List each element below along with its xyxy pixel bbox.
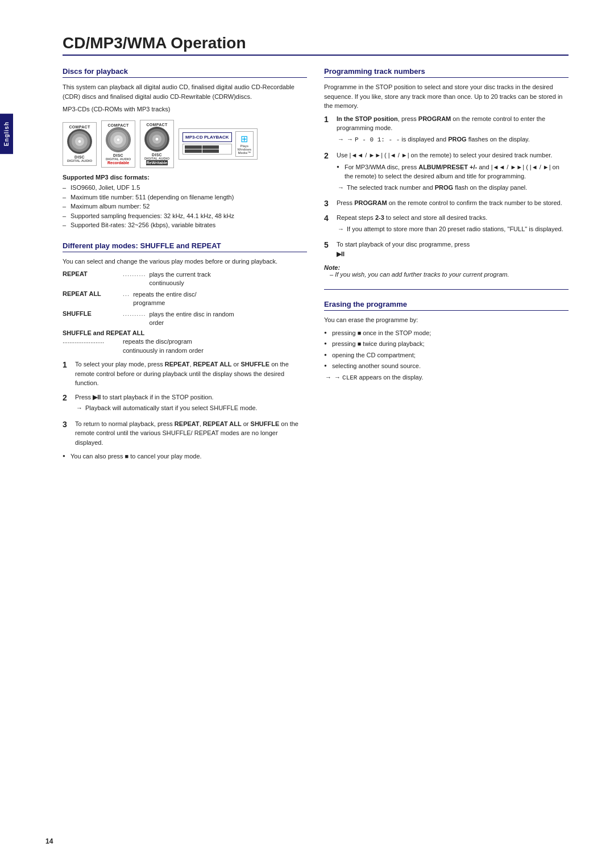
erasing-item-3: opening the CD compartment; [324, 350, 569, 360]
erasing-title: Erasing the programme [324, 300, 569, 311]
prog-step-2-bullet: For MP3/WMA disc, press ALBUM/PRESET +/-… [337, 162, 569, 181]
erasing-list: pressing ■ once in the STOP mode; pressi… [324, 328, 569, 371]
prog-step-2: 2 Use |◄◄ / ►►| ( |◄ / ►| on the remote)… [324, 151, 569, 194]
mp3-grid [182, 144, 232, 155]
mp3-box-inner: MP3-CD PLAYBACK [179, 128, 258, 160]
svg-point-7 [117, 138, 120, 141]
note-content: – If you wish, you can add further track… [330, 271, 569, 278]
prog-step-1-arrow: → P - 0 1: - - is displayed and PROG fla… [337, 135, 569, 145]
step-2-item: 2 Press ▶II to start playback if in the … [63, 393, 307, 415]
play-mode-table: REPEAT .......... plays the current trac… [63, 270, 307, 355]
note-label: Note: [324, 264, 340, 271]
play-modes-section: Different play modes: SHUFFLE and REPEAT… [63, 241, 307, 461]
windows-media-box: ⊞ PlaysWindowsMedia™ [235, 131, 254, 157]
erasing-section: Erasing the programme You can erase the … [324, 289, 569, 382]
repeat-val: plays the current trackcontinuously [150, 270, 307, 288]
recordable-label: Recordable [107, 161, 129, 165]
repeat-all-dots: ... [123, 290, 130, 297]
windows-icon: ⊞ [238, 133, 251, 144]
page: English CD/MP3/WMA Operation Discs for p… [0, 0, 614, 868]
disc-images-row: COMPACT disc DIGITAL AUDIO [63, 120, 307, 169]
shuffle-key: SHUFFLE [63, 310, 119, 317]
left-column: Discs for playback This system can playb… [63, 67, 307, 463]
programming-section: Programming track numbers Programme in t… [324, 67, 569, 278]
page-title: CD/MP3/WMA Operation [63, 34, 569, 56]
format-item-3: Maximum album number: 52 [63, 202, 307, 211]
erasing-intro: You can erase the programme by: [324, 315, 569, 325]
step-3-num: 3 [63, 419, 72, 429]
prog-step-4-arrow: If you attempt to store more than 20 pre… [337, 224, 569, 234]
supported-formats-title: Supported MP3 disc formats: [63, 174, 307, 181]
disc-icon-3 [144, 127, 169, 152]
prog-step-3-num: 3 [324, 198, 333, 208]
prog-step-4: 4 Repeat steps 2-3 to select and store a… [324, 213, 569, 235]
prog-step-3-content: Press PROGRAM on the remote control to c… [337, 198, 569, 208]
cancel-play-mode-bullet: You can also press ■ to cancel your play… [63, 452, 307, 461]
play-modes-title: Different play modes: SHUFFLE and REPEAT [63, 241, 307, 252]
shuffle-repeat-val: repeats the disc/programcontinuously in … [123, 337, 307, 355]
step-1-num: 1 [63, 360, 72, 370]
step-3-item: 3 To return to normal playback, press RE… [63, 419, 307, 448]
page-number: 14 [45, 837, 53, 845]
mp3-playback-label: MP3-CD PLAYBACK [182, 132, 232, 156]
disc-icon-1 [67, 129, 92, 154]
prog-step-2-content: Use |◄◄ / ►►| ( |◄ / ►| on the remote) t… [337, 151, 569, 194]
prog-step-5-content: To start playback of your disc programme… [337, 240, 569, 258]
compact-label-2b: disc [113, 153, 123, 157]
right-column: Programming track numbers Programme in t… [324, 67, 569, 463]
repeat-dots: .......... [123, 270, 146, 277]
shuffle-repeat-dots: ........................ [63, 337, 119, 344]
prog-step-1-num: 1 [324, 114, 333, 124]
digital-audio-label-1: DIGITAL AUDIO [67, 159, 92, 163]
prog-step-3: 3 Press PROGRAM on the remote control to… [324, 198, 569, 208]
content-wrapper: Discs for playback This system can playb… [63, 67, 569, 463]
prog-step-5: 5 To start playback of your disc program… [324, 240, 569, 258]
erasing-item-4: selecting another sound source. [324, 361, 569, 371]
compact-label-1: COMPACT [69, 125, 90, 129]
erasing-arrow: → CLER appears on the display. [324, 373, 569, 383]
step-1-item: 1 To select your play mode, press REPEAT… [63, 360, 307, 388]
digital-audio-label-3: DIGITAL AUDIO [144, 157, 169, 161]
erasing-item-2: pressing ■ twice during playback; [324, 339, 569, 349]
windows-label: PlaysWindowsMedia™ [238, 144, 251, 155]
play-mode-bullet-list: You can also press ■ to cancel your play… [63, 452, 307, 461]
prog-step-2-arrow: The selected track number and PROG flash… [337, 183, 569, 193]
prog-step-4-content: Repeat steps 2-3 to select and store all… [337, 213, 569, 235]
programming-title: Programming track numbers [324, 67, 569, 78]
prog-step-2-bullets: For MP3/WMA disc, press ALBUM/PRESET +/-… [337, 162, 569, 181]
shuffle-repeat-all-row: SHUFFLE and REPEAT ALL [63, 329, 307, 336]
disc-icon-2 [106, 127, 131, 152]
step-3-content: To return to normal playback, press REPE… [75, 419, 307, 448]
compact-label-3b: disc [152, 153, 162, 157]
step-2-num: 2 [63, 393, 72, 403]
programming-intro: Programme in the STOP position to select… [324, 82, 569, 111]
shuffle-row: SHUFFLE .......... plays the entire disc… [63, 310, 307, 328]
prog-step-2-num: 2 [324, 151, 333, 161]
programming-note: Note: – If you wish, you can add further… [324, 264, 569, 278]
format-item-5: Supported Bit-rates: 32~256 (kbps), vari… [63, 220, 307, 230]
compact-label-3: COMPACT [147, 123, 168, 127]
prog-step-1-content: In the STOP position, press PROGRAM on t… [337, 114, 569, 147]
erasing-item-1: pressing ■ once in the STOP mode; [324, 328, 569, 338]
repeat-all-val: repeats the entire disc/programme [133, 290, 307, 308]
shuffle-repeat-all-key: SHUFFLE and REPEAT ALL [63, 329, 144, 336]
compact-disc-recordable-box: COMPACT disc DIGITAL AUDIO Recordable [101, 120, 135, 168]
svg-point-11 [155, 137, 159, 141]
step-2-content: Press ▶II to start playback if in the ST… [75, 393, 307, 415]
prog-step-5-num: 5 [324, 240, 333, 250]
format-item-2: Maximum title number: 511 (depending on … [63, 193, 307, 202]
step-2-arrow: Playback will automatically start if you… [75, 403, 307, 413]
compact-disc-rewritable-box: COMPACT disc DIGITAL AUDIO ReWritable [140, 120, 174, 169]
repeat-key: REPEAT [63, 270, 119, 277]
discs-intro: This system can playback all digital aud… [63, 82, 307, 101]
repeat-all-row: REPEAT ALL ... repeats the entire disc/p… [63, 290, 307, 308]
compact-label-1b: disc [74, 155, 85, 159]
formats-list: ISO9660, Joliet, UDF 1.5 Maximum title n… [63, 183, 307, 230]
step-1-content: To select your play mode, press REPEAT, … [75, 360, 307, 388]
play-modes-intro: You can select and change the various pl… [63, 257, 307, 266]
compact-label-2: COMPACT [108, 123, 129, 127]
format-item-4: Supported sampling frequencies: 32 kHz, … [63, 211, 307, 221]
svg-point-3 [78, 140, 81, 143]
shuffle-repeat-all-val-row: ........................ repeats the dis… [63, 337, 307, 355]
mp3-label-text: MP3-CD PLAYBACK [182, 132, 232, 142]
